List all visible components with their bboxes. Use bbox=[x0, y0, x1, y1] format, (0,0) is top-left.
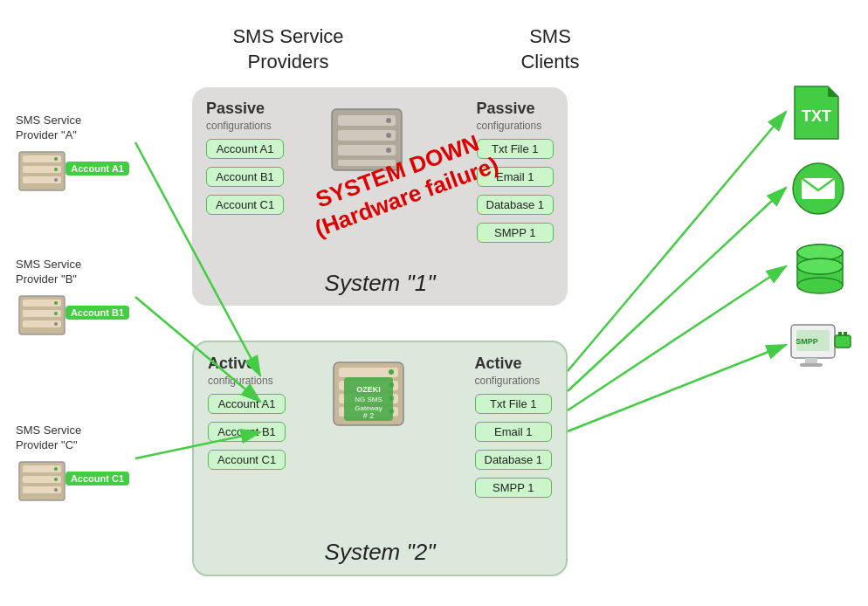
provider-c-label: SMS ServiceProvider "C" bbox=[16, 424, 81, 453]
sys2-client-db: Database 1 bbox=[475, 450, 553, 470]
email-icon bbox=[791, 162, 845, 219]
svg-line-72 bbox=[568, 345, 786, 431]
provider-a-server-icon bbox=[16, 148, 68, 194]
provider-b: SMS ServiceProvider "B" Account B1 bbox=[16, 258, 81, 341]
system1-box: Passive configurations Account A1 Accoun… bbox=[192, 87, 568, 306]
svg-rect-60 bbox=[835, 335, 851, 348]
provider-a-account: Account A1 bbox=[65, 162, 129, 176]
system1-passive-left-subtitle: configurations bbox=[206, 120, 284, 132]
system2-gateway-icon: OZEKI NG SMS Gateway # 2 bbox=[325, 355, 412, 443]
sys2-account-a1: Account A1 bbox=[208, 394, 286, 414]
svg-rect-58 bbox=[805, 358, 817, 363]
svg-point-5 bbox=[54, 168, 58, 171]
svg-line-71 bbox=[568, 266, 786, 410]
system2-label: System "2" bbox=[194, 539, 566, 566]
sys2-client-txt: Txt File 1 bbox=[475, 394, 553, 414]
sys1-account-c1: Account C1 bbox=[206, 195, 284, 215]
provider-b-account: Account B1 bbox=[65, 306, 129, 320]
svg-point-27 bbox=[386, 133, 391, 138]
svg-rect-25 bbox=[338, 160, 396, 166]
svg-point-20 bbox=[54, 488, 58, 492]
sys2-account-b1: Account B1 bbox=[208, 422, 286, 442]
svg-point-19 bbox=[54, 478, 58, 481]
provider-c: SMS ServiceProvider "C" Account C1 bbox=[16, 424, 81, 507]
svg-line-69 bbox=[568, 112, 786, 371]
provider-b-server-icon bbox=[16, 293, 68, 338]
svg-text:# 2: # 2 bbox=[363, 411, 375, 420]
sys1-client-email: Email 1 bbox=[477, 167, 555, 187]
system2-active-right-title: Active bbox=[475, 355, 553, 373]
system2-box: Active configurations Account A1 Account… bbox=[192, 341, 568, 576]
svg-text:NG SMS: NG SMS bbox=[355, 396, 382, 403]
system1-server-icon bbox=[327, 105, 406, 175]
sys2-client-smpp: SMPP 1 bbox=[475, 478, 553, 498]
svg-point-18 bbox=[54, 467, 58, 471]
sys1-client-db: Database 1 bbox=[477, 195, 555, 215]
svg-point-4 bbox=[54, 157, 58, 161]
system1-label: System "1" bbox=[192, 270, 568, 297]
svg-text:TXT: TXT bbox=[802, 107, 831, 125]
svg-point-13 bbox=[54, 322, 58, 326]
txt-file-icon: TXT bbox=[791, 83, 842, 146]
provider-c-server-icon bbox=[16, 458, 68, 504]
svg-text:SMPP: SMPP bbox=[796, 337, 818, 346]
svg-rect-59 bbox=[800, 363, 823, 367]
smpp-icon: SMPP bbox=[789, 323, 852, 379]
svg-text:OZEKI: OZEKI bbox=[356, 385, 381, 394]
svg-point-28 bbox=[386, 148, 391, 153]
sys2-account-c1: Account C1 bbox=[208, 450, 286, 470]
system1-passive-right-subtitle: configurations bbox=[477, 120, 555, 132]
database-icon bbox=[791, 240, 849, 301]
svg-point-12 bbox=[54, 312, 58, 315]
system2-active-left-title: Active bbox=[208, 355, 286, 373]
svg-rect-61 bbox=[838, 332, 842, 336]
svg-point-26 bbox=[386, 118, 391, 123]
svg-point-55 bbox=[797, 258, 843, 274]
svg-point-6 bbox=[54, 178, 58, 182]
sys1-account-a1: Account A1 bbox=[206, 139, 284, 159]
sys1-client-txt: Txt File 1 bbox=[477, 139, 555, 159]
providers-header: SMS ServiceProviders bbox=[210, 24, 367, 74]
system1-passive-left-title: Passive bbox=[206, 100, 284, 118]
sys1-client-smpp: SMPP 1 bbox=[477, 223, 555, 243]
provider-b-label: SMS ServiceProvider "B" bbox=[16, 258, 81, 287]
svg-point-11 bbox=[54, 301, 58, 305]
provider-a-label: SMS ServiceProvider "A" bbox=[16, 114, 81, 143]
svg-point-50 bbox=[797, 278, 843, 293]
svg-rect-62 bbox=[844, 332, 847, 336]
provider-c-account: Account C1 bbox=[65, 472, 129, 485]
provider-a: SMS ServiceProvider "A" Account A1 bbox=[16, 114, 81, 197]
sys1-account-b1: Account B1 bbox=[206, 167, 284, 187]
svg-point-34 bbox=[389, 369, 394, 375]
system2-active-right-subtitle: configurations bbox=[475, 375, 553, 387]
system2-active-left-subtitle: configurations bbox=[208, 375, 286, 387]
sys2-client-email: Email 1 bbox=[475, 422, 553, 442]
clients-header: SMSClients bbox=[489, 24, 611, 74]
system1-passive-right-title: Passive bbox=[477, 100, 555, 118]
svg-line-70 bbox=[568, 188, 786, 391]
